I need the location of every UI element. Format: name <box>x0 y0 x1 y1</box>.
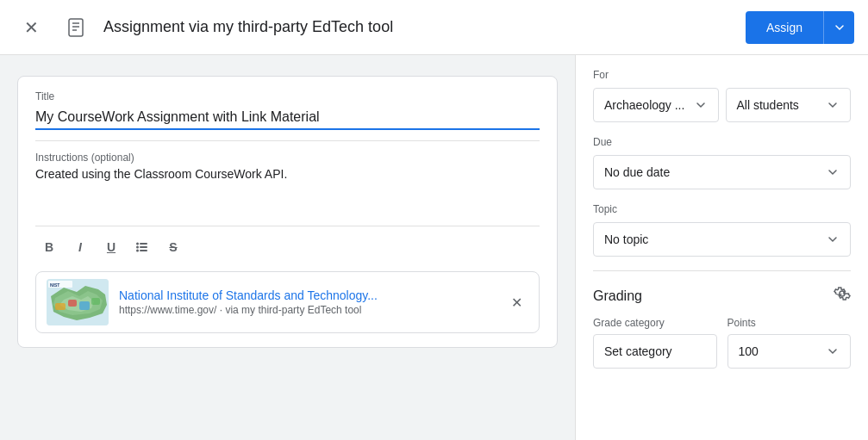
left-panel: Title Instructions (optional) Created us… <box>0 55 575 440</box>
svg-rect-15 <box>55 303 66 310</box>
svg-point-9 <box>136 250 139 252</box>
underline-button[interactable]: U <box>97 233 125 261</box>
topic-select[interactable]: No topic <box>593 222 851 257</box>
students-value: All students <box>737 98 799 112</box>
title-instructions-card: Title Instructions (optional) Created us… <box>17 76 558 348</box>
assign-button[interactable]: Assign <box>746 11 823 44</box>
svg-rect-4 <box>140 243 147 245</box>
assign-dropdown-button[interactable] <box>823 11 854 44</box>
title-input[interactable] <box>35 106 540 130</box>
close-button[interactable]: ✕ <box>14 10 48 45</box>
class-select[interactable]: Archaeology ... <box>593 88 719 122</box>
right-panel: For Archaeology ... All students Due No … <box>575 55 868 440</box>
svg-rect-16 <box>68 300 77 307</box>
grade-category-label: Grade category <box>593 317 717 329</box>
due-select[interactable]: No due date <box>593 155 851 189</box>
points-col: Points 100 <box>727 317 852 369</box>
svg-rect-18 <box>91 298 100 305</box>
grading-settings-icon[interactable] <box>834 285 851 307</box>
attachment-url: https://www.time.gov/ · via my third-par… <box>119 304 494 316</box>
due-chevron-icon <box>826 165 840 179</box>
svg-text:NIST: NIST <box>50 282 59 288</box>
attachment-thumbnail: NIST <box>47 279 109 325</box>
grade-category-col: Grade category Set category <box>593 317 717 369</box>
set-category-button[interactable]: Set category <box>593 334 717 369</box>
strikethrough-button[interactable]: S <box>159 233 187 261</box>
instructions-text[interactable]: Created using the Classroom CourseWork A… <box>35 167 540 219</box>
class-chevron-icon <box>694 98 708 112</box>
italic-button[interactable]: I <box>66 233 94 261</box>
assign-button-group: Assign <box>746 11 854 44</box>
due-value: No due date <box>604 165 670 179</box>
formatting-toolbar: B I U S <box>35 226 540 261</box>
points-select[interactable]: 100 <box>727 334 852 369</box>
topic-label: Topic <box>593 203 851 215</box>
for-row: Archaeology ... All students <box>593 88 851 122</box>
attachment-info: National Institute of Standards and Tech… <box>119 288 494 316</box>
class-value: Archaeology ... <box>604 98 684 112</box>
list-button[interactable] <box>128 233 156 261</box>
grading-divider <box>593 270 851 271</box>
due-label: Due <box>593 136 851 148</box>
for-label: For <box>593 69 851 81</box>
topic-chevron-icon <box>826 232 840 246</box>
bold-button[interactable]: B <box>35 233 63 261</box>
students-select[interactable]: All students <box>726 88 852 122</box>
grading-title: Grading <box>593 288 642 304</box>
points-chevron-icon <box>826 344 840 358</box>
attachment-remove-button[interactable]: ✕ <box>504 290 528 314</box>
attachment-title: National Institute of Standards and Tech… <box>119 288 494 302</box>
svg-rect-5 <box>140 246 147 248</box>
grade-row: Grade category Set category Points 100 <box>593 317 851 369</box>
page-title: Assignment via my third-party EdTech too… <box>103 18 735 36</box>
title-divider <box>35 140 540 141</box>
points-value: 100 <box>739 344 759 358</box>
instructions-label: Instructions (optional) <box>35 152 540 164</box>
svg-point-7 <box>136 243 139 245</box>
svg-rect-0 <box>69 19 83 36</box>
grading-header: Grading <box>593 285 851 307</box>
title-label: Title <box>35 90 540 102</box>
svg-rect-6 <box>140 250 147 251</box>
students-chevron-icon <box>826 98 840 112</box>
assignment-icon <box>59 10 93 45</box>
topic-value: No topic <box>604 232 648 246</box>
topbar: ✕ Assignment via my third-party EdTech t… <box>0 0 868 55</box>
main-layout: Title Instructions (optional) Created us… <box>0 55 868 440</box>
points-label: Points <box>727 317 852 329</box>
svg-rect-17 <box>79 301 90 310</box>
svg-point-8 <box>136 246 139 249</box>
attachment-card: NIST National Institute of Standards and… <box>35 271 540 333</box>
